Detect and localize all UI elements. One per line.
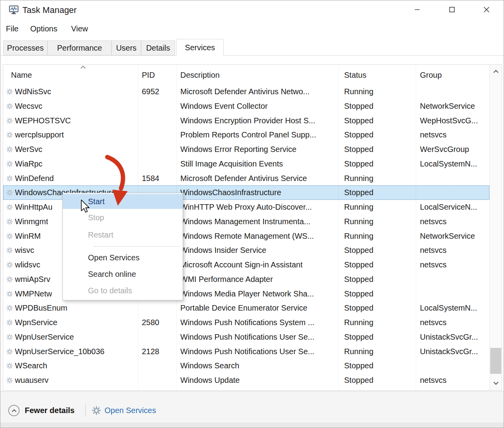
service-gear-icon <box>6 291 13 297</box>
table-row[interactable]: WdNisSvc6952Microsoft Defender Antivirus… <box>3 84 489 99</box>
service-gear-icon <box>6 233 13 240</box>
vertical-scrollbar[interactable] <box>489 65 502 390</box>
service-description-cell: Microsoft Defender Antivirus Service <box>180 171 307 186</box>
service-description-cell: Windows Management Instrumenta... <box>180 214 310 229</box>
service-name-cell: WerSvc <box>15 142 42 157</box>
scroll-up-button[interactable] <box>490 66 502 77</box>
close-button[interactable] <box>480 4 492 15</box>
service-name-cell: WpnUserService <box>15 330 74 344</box>
service-description-cell: Portable Device Enumerator Service <box>180 301 307 315</box>
service-description-cell: Windows Event Collector <box>180 99 268 113</box>
close-icon <box>484 7 489 13</box>
gear-icon <box>92 406 101 415</box>
tab-services[interactable]: Services <box>176 39 224 56</box>
titlebar[interactable]: Task Manager <box>0 0 504 20</box>
column-header-group[interactable]: Group <box>420 70 442 80</box>
fewer-details-button[interactable]: Fewer details <box>8 404 75 417</box>
service-gear-icon <box>6 377 13 384</box>
tab-details[interactable]: Details <box>141 40 175 55</box>
window-title: Task Manager <box>22 5 77 16</box>
service-description-cell: Windows Push Notifications System ... <box>180 315 314 330</box>
menu-item-start[interactable]: Start <box>63 194 183 209</box>
service-gear-icon <box>6 189 13 196</box>
service-gear-icon <box>6 305 13 311</box>
service-status-cell: Stopped <box>344 128 374 142</box>
open-services-link[interactable]: Open Services <box>92 404 156 417</box>
service-gear-icon <box>6 103 13 110</box>
service-description-cell: Windows Encryption Provider Host S... <box>180 113 315 128</box>
tab-users[interactable]: Users <box>112 40 141 55</box>
service-name-cell: WPDBusEnum <box>15 301 67 315</box>
scroll-down-button[interactable] <box>490 378 502 389</box>
menu-item-restart: Restart <box>63 226 183 243</box>
service-status-cell: Stopped <box>344 113 374 128</box>
service-pid-cell: 1584 <box>142 171 159 186</box>
service-name-cell: wuauserv <box>15 373 49 388</box>
service-status-cell: Stopped <box>344 301 374 315</box>
service-description-cell: Still Image Acquisition Events <box>180 157 283 171</box>
service-gear-icon <box>6 362 13 369</box>
table-row[interactable]: WEPHOSTSVCWindows Encryption Provider Ho… <box>3 113 489 128</box>
menu-item-search-online[interactable]: Search online <box>63 266 183 282</box>
service-status-cell: Stopped <box>344 99 374 113</box>
service-description-cell: Windows Search <box>180 358 239 373</box>
table-row[interactable]: WSearchWindows SearchStopped <box>3 358 489 373</box>
table-row[interactable]: wuauservWindows UpdateStoppednetsvcs <box>3 373 489 388</box>
menubar: FileOptionsView <box>0 20 504 38</box>
service-status-cell: Stopped <box>344 243 374 258</box>
service-status-cell: Running <box>344 344 374 359</box>
menu-file[interactable]: File <box>6 20 18 38</box>
minimize-icon <box>414 7 420 12</box>
chevron-down-icon <box>493 380 499 385</box>
tab-strip: ProcessesPerformanceUsersDetailsServices <box>0 38 504 56</box>
column-header-name[interactable]: Name <box>11 70 32 80</box>
table-row[interactable]: WiaRpcStill Image Acquisition EventsStop… <box>3 157 489 171</box>
menu-view[interactable]: View <box>71 20 88 38</box>
task-manager-icon <box>8 5 19 16</box>
service-status-cell: Stopped <box>344 358 374 373</box>
service-gear-icon <box>6 319 13 326</box>
chevron-up-circle-icon <box>8 405 20 416</box>
service-status-cell: Running <box>344 171 374 186</box>
service-name-cell: WpnService <box>15 315 57 330</box>
maximize-button[interactable] <box>446 4 458 15</box>
tab-processes[interactable]: Processes <box>3 40 48 55</box>
service-description-cell: Microsoft Defender Antivirus Netwo... <box>180 84 310 99</box>
menu-options[interactable]: Options <box>30 20 57 38</box>
column-header-description[interactable]: Description <box>180 70 220 80</box>
column-header-status[interactable]: Status <box>344 70 367 80</box>
service-name-cell: Winmgmt <box>15 214 48 229</box>
footer-bar: Fewer details Open Services <box>0 391 504 423</box>
service-name-cell: WMPNetw <box>15 287 52 301</box>
column-header-pid[interactable]: PID <box>142 70 155 80</box>
minimize-button[interactable] <box>411 4 423 15</box>
service-gear-icon <box>6 117 13 124</box>
service-group-cell: LocalSystemN... <box>420 157 477 171</box>
service-description-cell: Problem Reports Control Panel Supp... <box>180 128 316 142</box>
service-status-cell: Running <box>344 200 374 214</box>
service-status-cell: Stopped <box>344 287 374 301</box>
scrollbar-thumb[interactable] <box>490 348 501 374</box>
table-row[interactable]: wercplsupportProblem Reports Control Pan… <box>3 128 489 142</box>
service-name-cell: WinRM <box>15 229 41 243</box>
service-group-cell: netsvcs <box>420 214 447 229</box>
table-row[interactable]: WpnUserService_10b0362128Windows Push No… <box>3 344 489 359</box>
sort-ascending-icon <box>81 66 86 71</box>
table-row[interactable]: WpnUserServiceWindows Push Notifications… <box>3 330 489 344</box>
service-status-cell: Stopped <box>344 157 374 171</box>
service-gear-icon <box>6 161 13 167</box>
footer-divider <box>85 404 86 417</box>
table-row[interactable]: WerSvcWindows Error Reporting ServiceSto… <box>3 142 489 157</box>
tab-performance[interactable]: Performance <box>48 40 112 55</box>
table-row[interactable]: WecsvcWindows Event CollectorStoppedNetw… <box>3 99 489 113</box>
service-group-cell: netsvcs <box>420 373 447 388</box>
service-pid-cell: 6952 <box>142 84 159 99</box>
table-row[interactable]: WPDBusEnumPortable Device Enumerator Ser… <box>3 301 489 315</box>
service-status-cell: Stopped <box>344 330 374 344</box>
table-row[interactable]: WpnService2580Windows Push Notifications… <box>3 315 489 330</box>
service-status-cell: Running <box>344 229 374 243</box>
service-pid-cell: 2580 <box>142 315 159 330</box>
menu-item-open-services[interactable]: Open Services <box>63 249 183 266</box>
table-row[interactable]: WinDefend1584Microsoft Defender Antiviru… <box>3 171 489 186</box>
service-gear-icon <box>6 334 13 340</box>
